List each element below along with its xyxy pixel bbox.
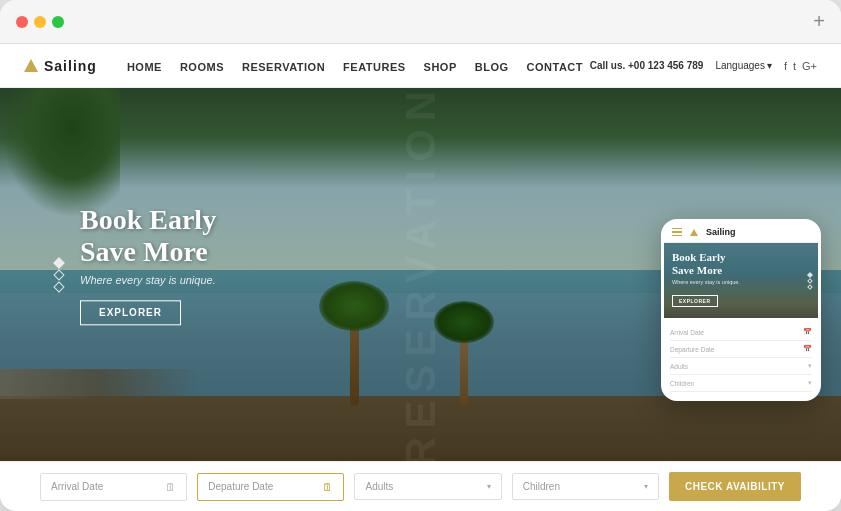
- logo-text: Sailing: [44, 58, 97, 74]
- mobile-hero-subtitle: Where every stay is unique.: [672, 279, 740, 285]
- nav-item-shop[interactable]: SHOP: [424, 57, 457, 75]
- website-content: Sailing HOME ROOMS RESERVATION FEATURES …: [0, 44, 841, 511]
- hero-dot-2[interactable]: [53, 269, 64, 280]
- mobile-adults-field[interactable]: Adults ▾: [670, 358, 812, 375]
- mobile-dot-3[interactable]: [807, 284, 813, 290]
- mobile-nav: Sailing: [664, 222, 818, 243]
- chevron-down-icon: ▾: [767, 60, 772, 71]
- adults-arrow-icon: ▾: [487, 482, 491, 491]
- mobile-hero: Book Early Save More Where every stay is…: [664, 243, 818, 318]
- nav-right: Call us. +00 123 456 789 Languages ▾ f t…: [590, 60, 817, 72]
- adults-select[interactable]: Adults ▾: [354, 473, 501, 500]
- arrival-date-field[interactable]: Arrival Date 🗓: [40, 473, 187, 501]
- mobile-hero-content: Book Early Save More Where every stay is…: [672, 251, 740, 307]
- nav-logo[interactable]: Sailing: [24, 58, 97, 74]
- booking-bar: Arrival Date 🗓 Depature Date 🗓 Adults ▾ …: [0, 461, 841, 511]
- mobile-arrival-field[interactable]: Arrival Date 📅: [670, 324, 812, 341]
- nav-links: HOME ROOMS RESERVATION FEATURES SHOP BLO…: [127, 57, 590, 75]
- mobile-logo-text: Sailing: [706, 227, 736, 237]
- chevron-down-icon-3: ▾: [808, 379, 812, 387]
- calendar-icon: 📅: [803, 328, 812, 336]
- dot-yellow[interactable]: [34, 16, 46, 28]
- arrival-date-label: Arrival Date: [51, 481, 103, 492]
- logo-icon: [24, 59, 38, 72]
- mobile-explorer-button[interactable]: EXPLORER: [672, 295, 718, 307]
- children-arrow-icon: ▾: [644, 482, 648, 491]
- dot-red[interactable]: [16, 16, 28, 28]
- mobile-hero-title: Book Early Save More: [672, 251, 740, 277]
- departure-date-label: Depature Date: [208, 481, 273, 492]
- nav-item-features[interactable]: FEATURES: [343, 57, 405, 75]
- nav-item-blog[interactable]: BLOG: [475, 57, 509, 75]
- nav-item-contact[interactable]: CONTACT: [527, 57, 583, 75]
- hero-slider-dots: [55, 259, 63, 291]
- calendar-icon-2: 📅: [803, 345, 812, 353]
- hero-section: RESERVaTiON Book Early Save More Where e…: [0, 88, 841, 461]
- hero-subtitle: Where every stay is unique.: [80, 274, 216, 286]
- dot-green[interactable]: [52, 16, 64, 28]
- children-label: Children: [523, 481, 560, 492]
- calendar-icon-departure: 🗓: [322, 481, 333, 493]
- explorer-button[interactable]: EXPLORER: [80, 300, 181, 325]
- hero-dot-1[interactable]: [53, 257, 64, 268]
- mobile-slider-dots: [808, 273, 812, 289]
- mobile-hamburger-icon[interactable]: [672, 228, 682, 237]
- mobile-mockup: Sailing Book Early Save More Where every…: [661, 219, 821, 401]
- mobile-departure-field[interactable]: Departure Date 📅: [670, 341, 812, 358]
- nav-item-home[interactable]: HOME: [127, 57, 162, 75]
- nav-item-reservation[interactable]: RESERVATION: [242, 57, 325, 75]
- mobile-dot-1[interactable]: [807, 272, 813, 278]
- mobile-dot-2[interactable]: [807, 278, 813, 284]
- chevron-down-icon-2: ▾: [808, 362, 812, 370]
- twitter-icon[interactable]: t: [793, 60, 796, 72]
- nav-language-selector[interactable]: Languages ▾: [715, 60, 772, 71]
- browser-window: + Sailing HOME ROOMS RESERVATION FEATURE…: [0, 0, 841, 511]
- browser-chrome: +: [0, 0, 841, 44]
- calendar-icon-arrival: 🗓: [165, 481, 176, 493]
- nav-social: f t G+: [784, 60, 817, 72]
- facebook-icon[interactable]: f: [784, 60, 787, 72]
- departure-date-field[interactable]: Depature Date 🗓: [197, 473, 344, 501]
- check-availability-button[interactable]: CHECK AVAIBILITY: [669, 472, 801, 501]
- googleplus-icon[interactable]: G+: [802, 60, 817, 72]
- browser-dots: [16, 16, 64, 28]
- new-tab-button[interactable]: +: [813, 10, 825, 33]
- mobile-form: Arrival Date 📅 Departure Date 📅 Adults ▾…: [664, 318, 818, 398]
- mobile-children-field[interactable]: Children ▾: [670, 375, 812, 392]
- adults-label: Adults: [365, 481, 393, 492]
- children-select[interactable]: Children ▾: [512, 473, 659, 500]
- hero-content: Book Early Save More Where every stay is…: [80, 204, 216, 325]
- mobile-logo-icon: [690, 229, 698, 236]
- nav-phone: Call us. +00 123 456 789: [590, 60, 704, 71]
- hero-dot-3[interactable]: [53, 281, 64, 292]
- nav-item-rooms[interactable]: ROOMS: [180, 57, 224, 75]
- hero-title: Book Early Save More: [80, 204, 216, 268]
- main-nav: Sailing HOME ROOMS RESERVATION FEATURES …: [0, 44, 841, 88]
